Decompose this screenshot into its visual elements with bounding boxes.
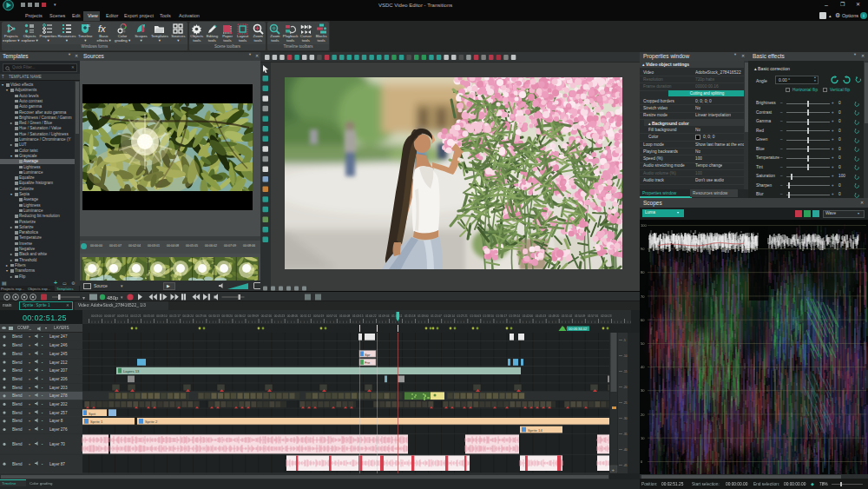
svg-text:00:15:03: 00:15:03	[143, 314, 155, 318]
svg-text:00:42:16: 00:42:16	[261, 314, 273, 318]
svg-text:00:57:01: 00:57:01	[326, 314, 338, 318]
svg-text:01:21:07: 01:21:07	[431, 314, 442, 318]
svg-text:00:18:10: 00:18:10	[156, 314, 168, 318]
svg-text:01:39:24: 01:39:24	[510, 314, 521, 318]
svg-text:00:30:13: 00:30:13	[209, 314, 220, 318]
svg-text:00:45:23: 00:45:23	[274, 314, 286, 318]
svg-text:30: 30	[641, 388, 645, 393]
svg-text:▾: ▾	[29, 334, 30, 339]
svg-text:01:33:10: 01:33:10	[483, 314, 495, 318]
svg-text:00:06:07: 00:06:07	[104, 314, 115, 318]
svg-text:▾: ▾	[29, 368, 30, 373]
svg-text:▾: ▾	[29, 377, 30, 381]
svg-text:Sprite 1: Sprite 1	[90, 420, 103, 424]
svg-text:fx: fx	[98, 23, 106, 34]
svg-text:Layer 207: Layer 207	[49, 368, 68, 373]
svg-text:01:54:09: 01:54:09	[575, 314, 586, 318]
svg-text:Layer 257: Layer 257	[49, 411, 68, 415]
svg-text:01:51:02: 01:51:02	[562, 314, 573, 318]
svg-text:▾: ▾	[29, 386, 30, 390]
svg-text:Sprite 14: Sprite 14	[528, 428, 542, 433]
svg-text:Blend: Blend	[12, 442, 23, 446]
svg-text:▾: ▾	[29, 427, 30, 432]
svg-text:▾: ▾	[29, 442, 30, 446]
svg-text:Blend: Blend	[12, 419, 23, 423]
svg-text:80: 80	[641, 270, 645, 274]
svg-text:▾: ▾	[29, 411, 30, 415]
svg-text:01:09:04: 01:09:04	[378, 314, 390, 318]
svg-text:00:54:19: 00:54:19	[313, 314, 325, 318]
svg-text:▾: ▾	[121, 294, 123, 300]
svg-text:Layer 202: Layer 202	[49, 402, 68, 406]
svg-text:Blend: Blend	[12, 377, 23, 381]
svg-text:▾: ▾	[82, 295, 85, 301]
svg-text:Layer 246: Layer 246	[49, 343, 68, 347]
svg-text:▾: ▾	[29, 419, 30, 423]
svg-text:-40: -40	[623, 448, 628, 452]
svg-text:01:27:21: 01:27:21	[457, 314, 468, 318]
svg-text:Blend: Blend	[12, 352, 23, 356]
svg-text:Layer 245: Layer 245	[49, 352, 68, 356]
svg-text:▾: ▾	[29, 402, 30, 406]
svg-text:60: 60	[641, 318, 645, 322]
svg-text:Spr: Spr	[365, 353, 371, 357]
svg-text:10: 10	[87, 23, 90, 28]
svg-text:▾: ▾	[29, 360, 30, 365]
svg-text:Sprite 2: Sprite 2	[145, 420, 158, 424]
svg-text:-30: -30	[623, 417, 628, 420]
svg-text:Layer 70: Layer 70	[49, 442, 65, 446]
svg-text:Layer 8: Layer 8	[49, 419, 63, 423]
svg-text:01:24:14: 01:24:14	[444, 314, 455, 318]
svg-text:20: 20	[641, 413, 645, 417]
svg-text:Layer 206: Layer 206	[49, 377, 68, 381]
svg-text:01:15:18: 01:15:18	[404, 314, 416, 318]
svg-text:-20: -20	[623, 386, 628, 389]
svg-text:01:30:03: 01:30:03	[470, 314, 482, 318]
svg-text:Layer 212: Layer 212	[49, 360, 68, 365]
svg-text:Layer 203: Layer 203	[49, 386, 68, 390]
svg-text:00:27:06: 00:27:06	[195, 314, 207, 318]
svg-text:90: 90	[641, 247, 645, 251]
svg-text:00:51:12: 00:51:12	[300, 314, 312, 318]
svg-text:▾: ▾	[29, 393, 30, 398]
svg-text:-5: -5	[623, 339, 626, 342]
svg-text:▾: ▾	[29, 462, 30, 466]
svg-text:Blend: Blend	[12, 334, 23, 339]
svg-text:100: 100	[641, 223, 647, 228]
svg-text:Blend: Blend	[12, 411, 23, 415]
svg-text:-45: -45	[623, 464, 628, 467]
svg-text:Layer 247: Layer 247	[49, 334, 68, 339]
svg-text:Layer 278: Layer 278	[49, 393, 68, 398]
svg-text:02:00:23: 02:00:23	[601, 314, 612, 318]
svg-text:Blend: Blend	[12, 386, 23, 390]
svg-text:01:00:08: 01:00:08	[339, 314, 351, 318]
svg-text:Blend: Blend	[12, 360, 23, 365]
svg-text:-10: -10	[623, 354, 628, 358]
svg-text:Blend: Blend	[12, 368, 23, 373]
svg-text:▾: ▾	[29, 352, 30, 356]
svg-text:01:03:15: 01:03:15	[352, 314, 364, 318]
svg-text:01:45:13: 01:45:13	[536, 314, 547, 318]
svg-text:01:57:16: 01:57:16	[588, 314, 599, 318]
svg-text:01:36:17: 01:36:17	[496, 314, 508, 318]
svg-text:00:48:05: 00:48:05	[287, 314, 299, 318]
svg-text:00:09:14: 00:09:14	[117, 314, 128, 318]
svg-text:00:06:34.02: 00:06:34.02	[569, 327, 588, 331]
svg-text:-25: -25	[623, 401, 628, 405]
svg-text:-15: -15	[623, 370, 628, 373]
svg-text:01:18:00: 01:18:00	[418, 314, 429, 318]
svg-text:Fre: Fre	[365, 360, 371, 365]
svg-text:+: +	[612, 467, 615, 472]
svg-text:01:06:22: 01:06:22	[365, 314, 377, 318]
svg-text:01:42:06: 01:42:06	[523, 314, 534, 318]
svg-text:Layer 276: Layer 276	[49, 427, 68, 432]
svg-text:00:12:21: 00:12:21	[130, 314, 141, 318]
svg-text:10: 10	[641, 436, 645, 440]
svg-text:Blend: Blend	[12, 343, 23, 347]
svg-text:00:03:00: 00:03:00	[91, 314, 102, 318]
svg-text:Blend: Blend	[12, 462, 23, 466]
svg-text:Layers 13: Layers 13	[123, 369, 140, 373]
svg-text:00:33:20: 00:33:20	[222, 314, 233, 318]
svg-text:00:36:02: 00:36:02	[235, 314, 247, 318]
svg-text:Blend: Blend	[12, 393, 23, 398]
